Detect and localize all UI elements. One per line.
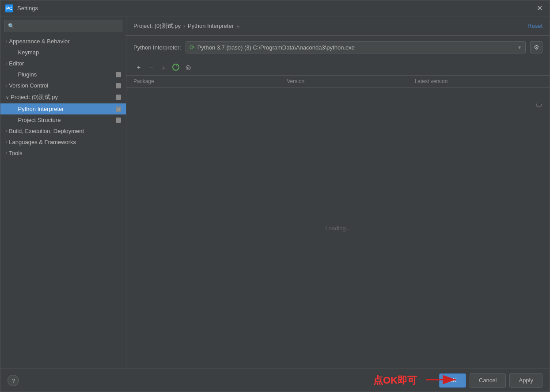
table-header: Package Version Latest version <box>126 76 550 88</box>
breadcrumb-parent: Project: (0)测试.py <box>133 22 181 30</box>
sidebar-item-label: Plugins <box>18 71 37 78</box>
arrow-annotation <box>426 373 461 388</box>
sidebar-item-version-control[interactable]: › Version Control ⊟ <box>0 80 126 91</box>
title-bar: PC Settings ✕ <box>0 0 550 16</box>
arrow-icon <box>14 72 16 77</box>
sidebar-item-label: Project: (0)测试.py <box>11 93 58 101</box>
loading-text: Loading... <box>325 225 350 232</box>
sidebar-item-project-structure[interactable]: Project Structure ⊟ <box>0 114 126 126</box>
search-input[interactable] <box>16 23 118 29</box>
column-version: Version <box>287 78 414 84</box>
settings-dialog: PC Settings ✕ 🔍 › Appearance & Behavior … <box>0 0 550 392</box>
sidebar: 🔍 › Appearance & Behavior Keymap › Edito… <box>0 16 126 369</box>
apply-button[interactable]: Apply <box>509 373 542 388</box>
add-package-button[interactable]: + <box>133 62 144 72</box>
sidebar-item-plugins[interactable]: Plugins ⊟ <box>0 69 126 80</box>
reset-button[interactable]: Reset <box>527 23 542 29</box>
breadcrumb-bar: Project: (0)测试.py › Python Interpreter ≡… <box>126 16 550 36</box>
repo-icon: ⊟ <box>115 72 121 78</box>
arrow-icon <box>14 118 16 122</box>
column-latest: Latest version <box>415 78 542 84</box>
content-area: 🔍 › Appearance & Behavior Keymap › Edito… <box>0 16 550 369</box>
arrow-icon: › <box>6 83 7 88</box>
breadcrumb-separator: › <box>183 23 185 29</box>
sidebar-item-label: Build, Execution, Deployment <box>9 128 84 134</box>
sidebar-item-editor[interactable]: › Editor <box>0 58 126 69</box>
repo-icon: ⊟ <box>115 106 121 112</box>
sidebar-item-label: Version Control <box>9 82 48 89</box>
bottom-bar: ? 点OK即可 OK Cancel Apply <box>0 369 550 392</box>
interpreter-value: Python 3.7 (base) (3) C:\ProgramData\Ana… <box>197 44 516 51</box>
gear-button[interactable]: ⚙ <box>530 41 542 53</box>
loading-spinner <box>535 101 542 108</box>
sidebar-item-label: Keymap <box>18 49 39 56</box>
main-panel: Project: (0)测试.py › Python Interpreter ≡… <box>126 16 550 369</box>
sidebar-item-appearance[interactable]: › Appearance & Behavior <box>0 36 126 47</box>
sidebar-item-label: Languages & Frameworks <box>9 139 76 145</box>
repo-icon: ⊟ <box>115 94 121 100</box>
arrow-icon <box>14 50 16 55</box>
sidebar-item-languages[interactable]: › Languages & Frameworks <box>0 137 126 148</box>
arrow-icon <box>14 107 16 111</box>
interpreter-row: Python Interpreter: ⟳ Python 3.7 (base) … <box>126 36 550 59</box>
column-package: Package <box>133 78 287 84</box>
sidebar-item-label: Editor <box>9 60 24 67</box>
repo-icon: ⊟ <box>115 83 121 89</box>
expand-arrow-icon: ∨ <box>6 95 9 100</box>
refresh-button[interactable] <box>171 62 181 72</box>
sidebar-item-build[interactable]: › Build, Execution, Deployment <box>0 126 126 137</box>
close-button[interactable]: ✕ <box>534 3 545 13</box>
sidebar-item-label: Tools <box>9 150 22 156</box>
search-icon: 🔍 <box>8 23 15 29</box>
breadcrumb-menu-icon[interactable]: ≡ <box>236 23 239 29</box>
up-button[interactable]: ▲ <box>158 62 169 72</box>
arrow-icon: › <box>6 140 7 145</box>
remove-package-button[interactable]: − <box>146 62 156 72</box>
sidebar-item-keymap[interactable]: Keymap <box>0 47 126 58</box>
app-icon: PC <box>5 4 14 13</box>
sidebar-item-python-interpreter[interactable]: Python Interpreter ⊟ <box>0 103 126 114</box>
window-title: Settings <box>17 5 534 11</box>
breadcrumb-current: Python Interpreter <box>188 23 234 29</box>
sidebar-item-label: Appearance & Behavior <box>9 38 69 45</box>
cancel-button[interactable]: Cancel <box>470 373 506 388</box>
arrow-icon: › <box>6 151 7 156</box>
table-area: Package Version Latest version Loading..… <box>126 76 550 369</box>
arrow-icon: › <box>6 39 7 44</box>
arrow-icon: › <box>6 61 7 66</box>
svg-text:PC: PC <box>6 6 12 11</box>
interpreter-status-icon: ⟳ <box>190 44 195 51</box>
table-body: Loading... <box>126 88 550 369</box>
sidebar-item-project[interactable]: ∨ Project: (0)测试.py ⊟ <box>0 91 126 103</box>
dropdown-arrow-icon: ▼ <box>517 45 522 50</box>
help-button[interactable]: ? <box>8 375 19 386</box>
svg-point-3 <box>536 102 542 107</box>
interpreter-select[interactable]: ⟳ Python 3.7 (base) (3) C:\ProgramData\A… <box>186 41 526 53</box>
repo-icon: ⊟ <box>115 117 121 123</box>
show-all-button[interactable]: ◎ <box>183 62 193 72</box>
search-box[interactable]: 🔍 <box>4 20 122 32</box>
interpreter-label: Python Interpreter: <box>133 44 181 51</box>
annotation-text: 点OK即可 <box>373 374 417 387</box>
toolbar-row: + − ▲ ◎ <box>126 59 550 76</box>
arrow-icon: › <box>6 129 7 133</box>
sidebar-item-label: Python Interpreter <box>18 106 64 112</box>
sidebar-item-tools[interactable]: › Tools <box>0 148 126 159</box>
sidebar-item-label: Project Structure <box>18 117 61 123</box>
